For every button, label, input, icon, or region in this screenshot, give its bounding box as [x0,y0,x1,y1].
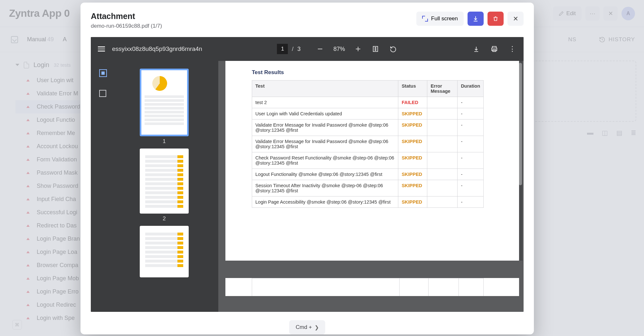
report-heading: Test Results [225,69,519,80]
chevron-right-icon: ❯ [315,324,319,331]
rotate-icon[interactable] [389,45,397,53]
cell-status: SKIPPED [398,180,427,197]
full-screen-icon [422,16,428,22]
download-button[interactable] [468,12,484,26]
table-row: Validate Error Message for Invalid Passw… [252,120,484,136]
cell-duration: - [458,120,484,136]
cell-test: Session Timeout After Inactivity @smoke … [252,180,398,197]
pdf-thumb-1[interactable] [140,69,189,136]
zoom-in-icon[interactable] [354,45,362,53]
outline-view-icon[interactable] [99,90,106,97]
full-screen-button[interactable]: Full screen [416,12,464,26]
cell-test: test 2 [252,97,398,108]
cell-status: SKIPPED [398,169,427,180]
cell-status: SKIPPED [398,108,427,120]
pdf-thumb-2[interactable] [140,149,189,214]
cell-duration: - [458,180,484,197]
pdf-page-total: 3 [297,46,300,53]
cell-test: Validate Error Message for Invalid Passw… [252,136,398,152]
keyboard-nav-hint: Cmd + ❯ [289,320,325,334]
cell-status: SKIPPED [398,152,427,169]
pdf-more-icon[interactable]: ⋮ [508,45,516,53]
pdf-file-name: essyixx08z8u8q5p93gnrd6mra4n [112,45,202,53]
close-modal-button[interactable]: ✕ [507,12,524,26]
cell-test: Check Password Reset Functionality @smok… [252,152,398,169]
pdf-download-icon[interactable] [472,45,480,53]
table-row: Logout Functionality @smoke @step:06 @st… [252,169,484,180]
col-err: Error Message [427,81,458,97]
print-icon[interactable] [490,45,498,53]
cell-error [427,197,458,208]
pdf-thumb-3[interactable] [140,226,189,277]
cell-status: SKIPPED [398,136,427,152]
thumbnail-view-icon[interactable] [99,69,107,77]
pdf-page-area[interactable]: Test Results Test Status Error Message D… [218,61,524,312]
zoom-out-icon[interactable] [316,45,324,53]
table-row: Session Timeout After Inactivity @smoke … [252,180,484,197]
table-row: Login Page Accessibility @smoke @step:06… [252,197,484,208]
col-test: Test [252,81,398,97]
table-row: Validate Error Message for Invalid Passw… [252,136,484,152]
cell-duration: - [458,108,484,120]
pdf-thumbnails: 1 2 [91,61,218,312]
pdf-page-input[interactable] [277,44,288,54]
cell-error [427,120,458,136]
cell-error [427,180,458,197]
results-table: Test Status Error Message Duration test … [252,80,484,208]
fit-page-icon[interactable] [371,45,380,53]
cell-error [427,136,458,152]
cell-error [427,108,458,120]
cell-status: SKIPPED [398,120,427,136]
col-dur: Duration [458,81,484,97]
col-status: Status [398,81,427,97]
table-row: User Login with Valid Credentials update… [252,108,484,120]
cell-test: User Login with Valid Credentials update… [252,108,398,120]
cell-duration: - [458,152,484,169]
cell-error [427,97,458,108]
table-row: test 2FAILED- [252,97,484,108]
cell-duration: - [458,169,484,180]
thumb-label-2: 2 [163,216,166,222]
cell-test: Login Page Accessibility @smoke @step:06… [252,197,398,208]
modal-subtitle: demo-run-06159c88.pdf (1/7) [91,23,410,29]
zoom-level: 87% [333,46,345,53]
cell-status: FAILED [398,97,427,108]
cell-test: Logout Functionality @smoke @step:06 @st… [252,169,398,180]
cell-status: SKIPPED [398,197,427,208]
pdf-viewer: essyixx08z8u8q5p93gnrd6mra4n / 3 87% ⋮ [91,37,524,312]
delete-button[interactable] [488,12,504,26]
cell-error [427,152,458,169]
pdf-page-1: Test Results Test Status Error Message D… [225,61,519,261]
pdf-menu-icon[interactable] [98,46,105,52]
table-row: Check Password Reset Functionality @smok… [252,152,484,169]
cell-duration: - [458,136,484,152]
cell-duration: - [458,97,484,108]
cell-duration: - [458,197,484,208]
cell-test: Validate Error Message for Invalid Passw… [252,120,398,136]
pdf-page-2-peek [225,278,519,296]
modal-title: Attachment [91,12,410,21]
attachment-modal: Attachment demo-run-06159c88.pdf (1/7) F… [80,3,534,334]
pdf-page-sep: / [292,46,293,53]
cell-error [427,169,458,180]
thumb-label-1: 1 [163,138,166,145]
